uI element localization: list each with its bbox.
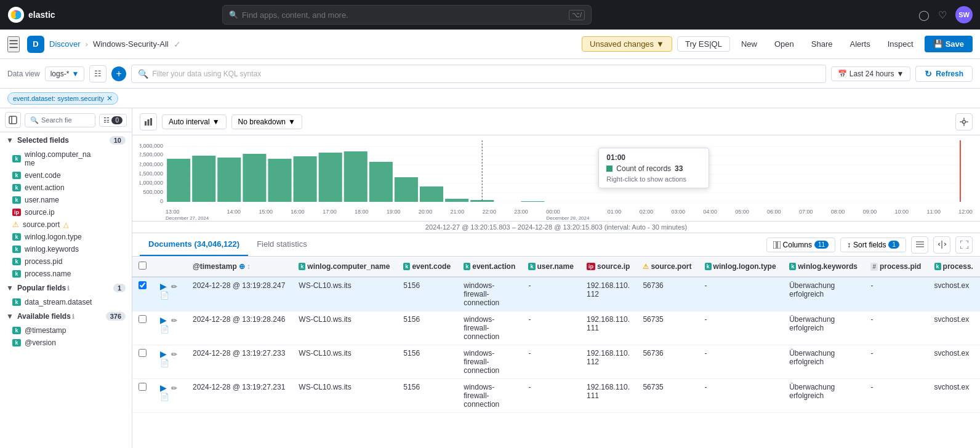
- popular-fields-header[interactable]: ▼ Popular fields ℹ 1: [0, 280, 132, 296]
- new-button[interactable]: New: [735, 37, 763, 51]
- th-event-code[interactable]: k event.code: [397, 257, 457, 277]
- interval-button[interactable]: Auto interval ▼: [162, 114, 227, 129]
- chart-toggle-button[interactable]: [140, 113, 157, 130]
- data-table-wrapper[interactable]: @timestamp ⊕ ↕ k winlog.computer_name: [132, 257, 980, 448]
- refresh-button[interactable]: ↻ Refresh: [915, 66, 973, 82]
- field-item-process-name[interactable]: k process.name: [0, 268, 132, 280]
- global-search-input[interactable]: [242, 10, 569, 20]
- breakdown-button[interactable]: No breakdown ▼: [231, 114, 302, 129]
- field-item-event-code[interactable]: k event.code: [0, 169, 132, 182]
- field-item-winlog-computer-name[interactable]: k winlog.computer_name: [0, 148, 132, 169]
- sort-button[interactable]: ↕ Sort fields 1: [840, 238, 906, 252]
- time-picker-button[interactable]: 📅 Last 24 hours ▼: [831, 66, 911, 81]
- th-process-name[interactable]: k process.: [928, 257, 980, 277]
- th-logon-type[interactable]: k winlog.logon.type: [699, 257, 784, 277]
- row-edit-button[interactable]: ✏: [170, 384, 179, 393]
- row-checkbox[interactable]: [132, 277, 153, 311]
- row-expand-button[interactable]: ▶: [159, 281, 168, 291]
- row-edit-button[interactable]: ✏: [170, 350, 179, 359]
- th-timestamp[interactable]: @timestamp ⊕ ↕: [187, 257, 292, 277]
- cell-timestamp: 2024-12-28 @ 13:19:27.233: [187, 345, 292, 379]
- open-button[interactable]: Open: [768, 37, 800, 51]
- second-navigation: ☰ D Discover › Windows-Security-All ✓ Un…: [0, 30, 980, 59]
- th-checkbox[interactable]: [132, 257, 153, 277]
- row-doc-button[interactable]: 📄: [159, 359, 171, 367]
- svg-text:1,000,000: 1,000,000: [140, 180, 163, 186]
- add-filter-button[interactable]: +: [111, 66, 126, 81]
- filter-options-button[interactable]: ☷: [89, 65, 106, 82]
- th-computer-name[interactable]: k winlog.computer_name: [292, 257, 397, 277]
- columns-button[interactable]: Columns 11: [766, 238, 835, 252]
- tab-field-statistics[interactable]: Field statistics: [248, 233, 316, 256]
- th-source-ip[interactable]: ip source.ip: [580, 257, 637, 277]
- cell-timestamp: 2024-12-28 @ 13:19:28.247: [187, 277, 292, 311]
- select-all-checkbox[interactable]: [139, 262, 147, 270]
- row-doc-button[interactable]: 📄: [159, 325, 171, 334]
- th-process-pid[interactable]: # process.pid: [864, 257, 928, 277]
- filter-tag[interactable]: event.dataset: system.security ✕: [7, 92, 118, 105]
- field-item-timestamp[interactable]: k @timestamp: [0, 324, 132, 337]
- notifications-icon[interactable]: ♡: [938, 9, 947, 21]
- svg-text:2,500,000: 2,500,000: [140, 151, 163, 158]
- th-source-port[interactable]: ⚠ source.port: [637, 257, 698, 277]
- row-doc-button[interactable]: 📄: [159, 291, 171, 300]
- data-table: @timestamp ⊕ ↕ k winlog.computer_name: [132, 257, 980, 413]
- th-keywords[interactable]: k winlog.keywords: [783, 257, 864, 277]
- kql-filter-input[interactable]: 🔍 Filter your data using KQL syntax: [131, 65, 825, 83]
- try-esql-button[interactable]: Try ES|QL: [677, 36, 730, 52]
- search-fields-label: Search fie: [41, 116, 72, 124]
- field-item-winlog-keywords[interactable]: k winlog.keywords: [0, 243, 132, 255]
- tooltip-right-click: Right-click to show actions: [606, 175, 701, 183]
- cell-process-pid: -: [864, 311, 928, 345]
- breadcrumb-icon[interactable]: D: [27, 36, 44, 53]
- row-doc-button[interactable]: 📄: [159, 393, 171, 401]
- global-search-bar[interactable]: 🔍 ⌥/: [222, 5, 592, 25]
- row-checkbox[interactable]: [132, 379, 153, 413]
- row-edit-button[interactable]: ✏: [170, 316, 179, 325]
- hamburger-menu[interactable]: ☰: [7, 36, 20, 52]
- row-height-button[interactable]: [911, 236, 928, 254]
- help-icon[interactable]: ◯: [918, 9, 930, 21]
- chart-settings-button[interactable]: [955, 113, 973, 130]
- x-axis-labels: 13:00December 27, 2024 14:00 15:00 16:00…: [140, 209, 973, 221]
- row-expand-button[interactable]: ▶: [159, 349, 168, 359]
- share-button[interactable]: Share: [805, 37, 839, 51]
- table-header-row: @timestamp ⊕ ↕ k winlog.computer_name: [132, 257, 980, 277]
- th-user-name[interactable]: k user.name: [522, 257, 580, 277]
- breadcrumb-check-icon[interactable]: ✓: [174, 39, 181, 49]
- field-item-version[interactable]: k @version: [0, 337, 132, 349]
- filter-zero-button[interactable]: ☷ 0: [99, 114, 127, 127]
- elastic-logo[interactable]: elastic: [7, 6, 55, 23]
- row-edit-button[interactable]: ✏: [170, 282, 179, 291]
- row-expand-button[interactable]: ▶: [159, 383, 168, 393]
- histogram-chart[interactable]: 3,000,000 2,500,000 2,000,000 1,500,000 …: [140, 140, 973, 208]
- data-view-selector[interactable]: logs-* ▼: [45, 66, 85, 81]
- field-item-data-stream-dataset[interactable]: k data_stream.dataset: [0, 296, 132, 308]
- toggle-panel-button[interactable]: [5, 112, 21, 128]
- breadcrumb-discover[interactable]: Discover: [49, 39, 81, 49]
- field-item-process-pid[interactable]: k process.pid: [0, 255, 132, 268]
- compare-button[interactable]: [933, 236, 950, 254]
- tab-documents[interactable]: Documents (34,046,122): [140, 233, 248, 256]
- field-item-source-port[interactable]: ⚠ source.port △: [0, 218, 132, 231]
- row-checkbox[interactable]: [132, 345, 153, 379]
- field-item-user-name[interactable]: k user.name: [0, 194, 132, 206]
- field-item-winlog-logon-type[interactable]: k winlog.logon.type: [0, 231, 132, 243]
- search-fields-button[interactable]: 🔍 Search fie: [25, 113, 95, 127]
- row-expand-button[interactable]: ▶: [159, 315, 168, 325]
- save-button[interactable]: 💾 Save: [925, 36, 973, 52]
- svg-rect-28: [243, 154, 266, 202]
- available-fields-header[interactable]: ▼ Available fields ℹ 376: [0, 308, 132, 324]
- full-screen-button[interactable]: [955, 236, 973, 254]
- filter-tag-remove[interactable]: ✕: [106, 94, 113, 103]
- cell-source-port: 56736: [637, 345, 698, 379]
- unsaved-changes-button[interactable]: Unsaved changes ▼: [582, 36, 672, 52]
- alerts-button[interactable]: Alerts: [843, 37, 876, 51]
- th-event-action[interactable]: k event.action: [457, 257, 522, 277]
- user-avatar[interactable]: SW: [955, 6, 973, 23]
- selected-fields-header[interactable]: ▼ Selected fields 10: [0, 132, 132, 148]
- row-checkbox[interactable]: [132, 311, 153, 345]
- inspect-button[interactable]: Inspect: [882, 37, 920, 51]
- field-item-event-action[interactable]: k event.action: [0, 182, 132, 194]
- field-item-source-ip[interactable]: ip source.ip: [0, 206, 132, 218]
